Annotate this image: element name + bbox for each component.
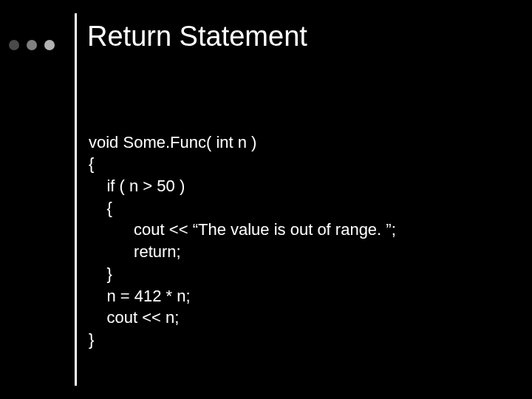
code-line: { bbox=[89, 154, 94, 173]
code-line: { bbox=[89, 199, 112, 217]
code-line: return; bbox=[89, 242, 181, 261]
code-line: n = 412 * n; bbox=[89, 287, 191, 305]
code-line: } bbox=[89, 265, 112, 283]
code-line: } bbox=[89, 330, 94, 349]
code-line: if ( n > 50 ) bbox=[89, 177, 185, 195]
bullet-dot-icon bbox=[27, 40, 37, 50]
code-line: cout << n; bbox=[89, 308, 179, 327]
vertical-divider bbox=[75, 13, 77, 386]
code-block: void Some.Func( int n ) { if ( n > 50 ) … bbox=[89, 109, 396, 372]
code-line: cout << “The value is out of range. ”; bbox=[89, 220, 396, 239]
code-line: void Some.Func( int n ) bbox=[89, 133, 256, 151]
title-bullet-decor bbox=[9, 40, 55, 50]
bullet-dot-icon bbox=[9, 40, 19, 50]
slide-title: Return Statement bbox=[87, 21, 307, 52]
bullet-dot-icon bbox=[44, 40, 55, 50]
slide: Return Statement void Some.Func( int n )… bbox=[0, 0, 532, 399]
